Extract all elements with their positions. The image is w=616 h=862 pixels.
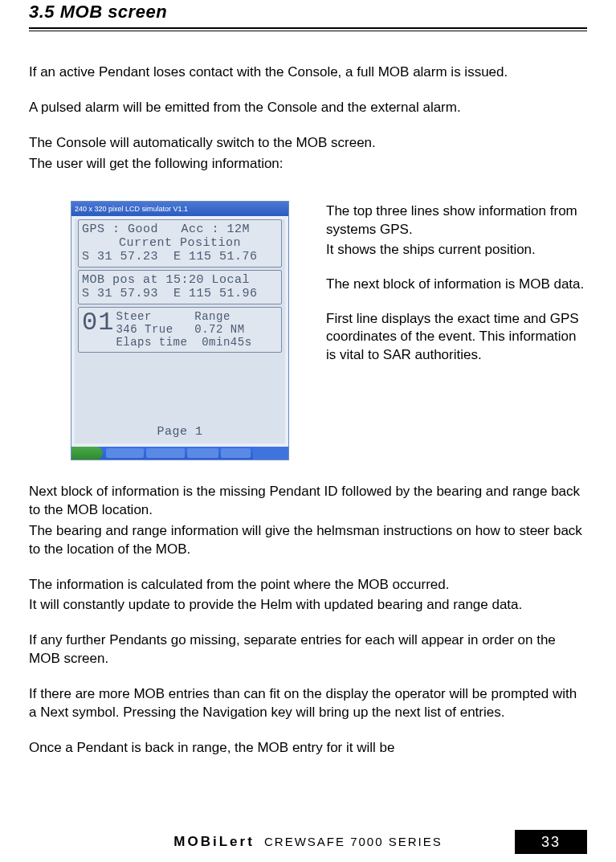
below-p5: If any further Pendants go missing, sepa… — [29, 631, 587, 668]
below-p3: The information is calculated from the p… — [29, 576, 587, 594]
steer-header: Steer Range — [116, 310, 278, 323]
mob-line-1: MOB pos at 15:20 Local — [82, 273, 278, 287]
lcd-area: GPS : Good Acc : 12M Current Position S … — [75, 219, 285, 443]
simulator-window: 240 x 320 pixel LCD simulator V1.1 GPS :… — [71, 201, 289, 460]
gps-panel: GPS : Good Acc : 12M Current Position S … — [78, 219, 282, 268]
taskbar-item — [146, 448, 185, 458]
figure-row: 240 x 320 pixel LCD simulator V1.1 GPS :… — [29, 201, 587, 460]
below-block: Next block of information is the missing… — [29, 483, 587, 758]
gps-line-2: Current Position — [82, 236, 278, 250]
mob-line-2: S 31 57.93 E 115 51.96 — [82, 287, 278, 300]
start-button-icon — [71, 447, 103, 460]
page-footer: MOBiLert CREWSAFE 7000 SERIES 33 — [0, 830, 616, 854]
document-page: 3.5 MOB screen If an active Pendant lose… — [0, 0, 616, 862]
taskbar-item — [187, 448, 218, 458]
taskbar-item — [106, 448, 145, 458]
elapsed-time: Elaps time 0min45s — [116, 336, 278, 349]
heading-rule-thin — [29, 31, 587, 31]
side-p2: It shows the ships current position. — [326, 241, 587, 259]
below-p2: The bearing and range information will g… — [29, 522, 587, 559]
below-p6: If there are more MOB entries than can f… — [29, 685, 587, 722]
side-p3: The next block of information is MOB dat… — [326, 276, 587, 294]
system-tray — [253, 447, 288, 460]
intro-block: If an active Pendant loses contact with … — [29, 63, 587, 174]
intro-p2: A pulsed alarm will be emitted from the … — [29, 99, 587, 117]
heading-row: 3.5 MOB screen — [29, 0, 587, 31]
intro-p1: If an active Pendant loses contact with … — [29, 63, 587, 82]
mob-panel: MOB pos at 15:20 Local S 31 57.93 E 115 … — [78, 270, 282, 304]
steer-right: Steer Range 346 True 0.72 NM Elaps time … — [116, 310, 278, 349]
page-number: 33 — [515, 830, 587, 854]
window-title: 240 x 320 pixel LCD simulator V1.1 — [75, 205, 188, 213]
section-heading: 3.5 MOB screen — [29, 2, 587, 22]
intro-p4: The user will get the following informat… — [29, 155, 587, 174]
taskbar-item — [221, 448, 251, 458]
side-p1: The top three lines show information fro… — [326, 202, 587, 239]
steer-values: 346 True 0.72 NM — [116, 323, 278, 336]
screenshot-figure: 240 x 320 pixel LCD simulator V1.1 GPS :… — [71, 201, 312, 460]
below-p1: Next block of information is the missing… — [29, 483, 587, 520]
steer-panel: 01 Steer Range 346 True 0.72 NM Elaps ti… — [78, 307, 282, 353]
heading-rule-thick — [29, 27, 587, 31]
pendant-id: 01 — [82, 310, 116, 349]
below-p7: Once a Pendant is back in range, the MOB… — [29, 739, 587, 758]
gps-line-1: GPS : Good Acc : 12M — [82, 223, 278, 236]
page-indicator-area: Page 1 — [75, 355, 285, 443]
below-p4: It will constantly update to provide the… — [29, 596, 587, 615]
window-titlebar: 240 x 320 pixel LCD simulator V1.1 — [71, 202, 288, 216]
footer-series: CREWSAFE 7000 SERIES — [259, 835, 443, 848]
footer-brand: MOBiLert — [173, 834, 255, 849]
side-p4: First line displays the exact time and G… — [326, 310, 587, 366]
figure-description: The top three lines show information fro… — [312, 201, 587, 367]
gps-line-3: S 31 57.23 E 115 51.76 — [82, 250, 278, 264]
intro-p3: The Console will automatically switch to… — [29, 134, 587, 153]
taskbar — [71, 447, 288, 460]
page-indicator: Page 1 — [157, 425, 202, 439]
